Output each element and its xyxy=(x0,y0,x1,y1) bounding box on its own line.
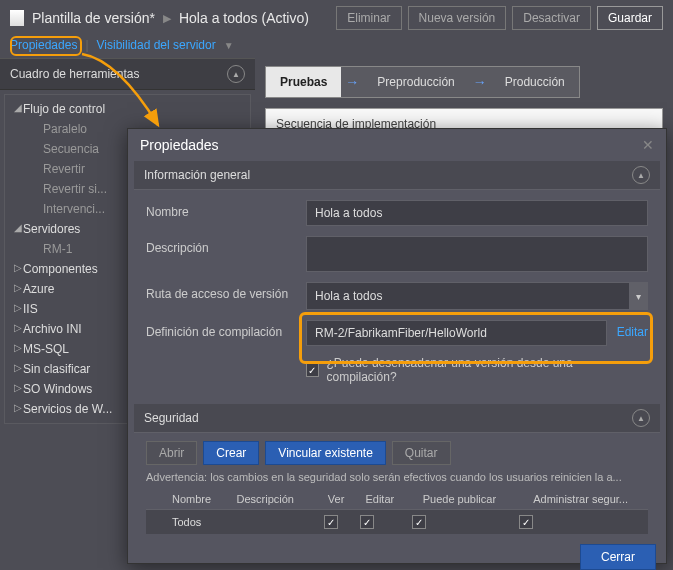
ruta-label: Ruta de acceso de versión xyxy=(146,282,296,301)
chevron-down-icon[interactable]: ▼ xyxy=(224,40,234,51)
definicion-input[interactable] xyxy=(306,320,607,346)
descripcion-input[interactable] xyxy=(306,236,648,272)
section-security-title: Seguridad xyxy=(144,411,199,425)
stage-produccion[interactable]: Producción xyxy=(491,67,579,97)
save-button[interactable]: Guardar xyxy=(597,6,663,30)
definicion-label: Definición de compilación xyxy=(146,320,296,339)
perm-ver-checkbox[interactable] xyxy=(324,515,338,529)
deactivate-button[interactable]: Desactivar xyxy=(512,6,591,30)
stage-arrow-icon xyxy=(341,74,363,90)
perm-publicar-checkbox[interactable] xyxy=(412,515,426,529)
row-name: Todos xyxy=(166,510,231,535)
crear-button[interactable]: Crear xyxy=(203,441,259,465)
ruta-value: Hola a todos xyxy=(315,289,382,303)
toolbox-title: Cuadro de herramientas xyxy=(10,67,139,81)
nombre-label: Nombre xyxy=(146,200,296,219)
security-warning: Advertencia: los cambios en la seguridad… xyxy=(134,469,660,489)
section-general-title: Información general xyxy=(144,168,250,182)
table-row[interactable]: Todos xyxy=(146,510,648,535)
permissions-table: Nombre Descripción Ver Editar Puede publ… xyxy=(146,489,648,534)
trigger-checkbox[interactable] xyxy=(306,363,319,377)
col-admin[interactable]: Administrar segur... xyxy=(513,489,648,510)
active-title: Hola a todos (Activo) xyxy=(179,10,309,26)
col-publicar[interactable]: Puede publicar xyxy=(406,489,514,510)
trigger-label: ¿Puede desencadenar una versión desde un… xyxy=(327,356,607,384)
panel-title: Propiedades xyxy=(140,137,219,153)
edit-link[interactable]: Editar xyxy=(617,320,648,339)
abrir-button[interactable]: Abrir xyxy=(146,441,197,465)
nombre-input[interactable] xyxy=(306,200,648,226)
breadcrumb-arrow-icon: ▶ xyxy=(163,12,171,25)
cerrar-button[interactable]: Cerrar xyxy=(580,544,656,570)
section-collapse-icon[interactable] xyxy=(632,409,650,427)
toolbox-collapse-icon[interactable] xyxy=(227,65,245,83)
col-ver[interactable]: Ver xyxy=(318,489,354,510)
tab-separator: | xyxy=(85,38,88,52)
tree-flow-control[interactable]: ◢Flujo de control xyxy=(13,99,250,119)
document-icon xyxy=(10,10,24,26)
descripcion-label: Descripción xyxy=(146,236,296,255)
template-title: Plantilla de versión* xyxy=(32,10,155,26)
new-version-button[interactable]: Nueva versión xyxy=(408,6,507,30)
tab-server-visibility[interactable]: Visibilidad del servidor xyxy=(97,38,216,52)
vincular-button[interactable]: Vincular existente xyxy=(265,441,386,465)
tab-properties[interactable]: Propiedades xyxy=(10,38,77,52)
ruta-select[interactable]: Hola a todos xyxy=(306,282,648,310)
col-descripcion[interactable]: Descripción xyxy=(231,489,319,510)
stage-preproduccion[interactable]: Preproducción xyxy=(363,67,468,97)
close-icon[interactable]: ✕ xyxy=(642,137,654,153)
perm-editar-checkbox[interactable] xyxy=(360,515,374,529)
properties-panel: Propiedades ✕ Información general Nombre… xyxy=(127,128,667,564)
section-collapse-icon[interactable] xyxy=(632,166,650,184)
quitar-button[interactable]: Quitar xyxy=(392,441,451,465)
stage-pruebas[interactable]: Pruebas xyxy=(266,67,341,97)
stage-arrow-icon xyxy=(469,74,491,90)
col-editar[interactable]: Editar xyxy=(354,489,405,510)
stage-group: Pruebas Preproducción Producción xyxy=(265,66,580,98)
delete-button[interactable]: Eliminar xyxy=(336,6,401,30)
perm-admin-checkbox[interactable] xyxy=(519,515,533,529)
col-nombre[interactable]: Nombre xyxy=(166,489,231,510)
dropdown-icon[interactable] xyxy=(629,283,647,309)
